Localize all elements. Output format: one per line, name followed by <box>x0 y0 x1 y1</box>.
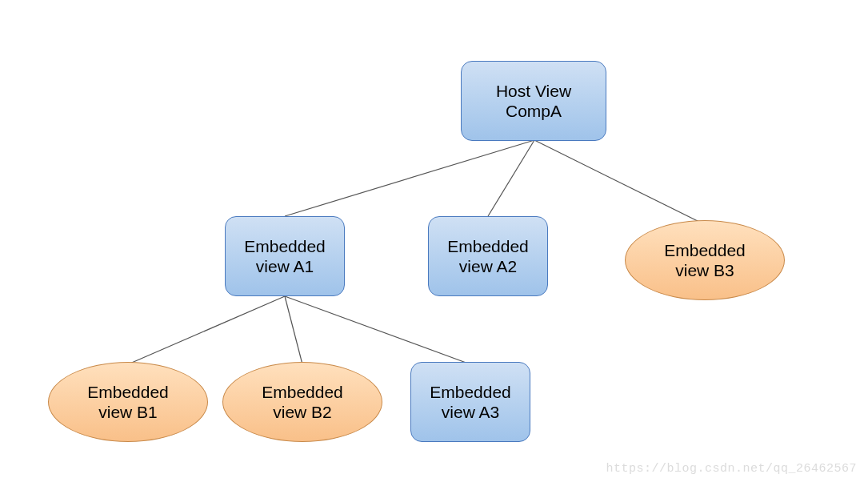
node-embedded-view-b3: Embedded view B3 <box>625 220 785 300</box>
svg-line-1 <box>488 140 534 216</box>
svg-line-3 <box>128 296 285 364</box>
node-label-line2: view B2 <box>273 402 332 422</box>
node-label-line1: Embedded <box>664 240 746 260</box>
node-label-line2: view B3 <box>675 260 734 280</box>
node-label-line2: view A2 <box>459 256 517 276</box>
node-embedded-view-a2: Embedded view A2 <box>428 216 548 296</box>
svg-line-5 <box>285 296 470 364</box>
watermark-text: https://blog.csdn.net/qq_26462567 <box>606 462 857 476</box>
node-host-view-compa: Host View CompA <box>461 61 606 141</box>
node-embedded-view-b1: Embedded view B1 <box>48 362 208 442</box>
node-label-line1: Embedded <box>447 236 529 256</box>
node-label-line2: view B1 <box>98 402 158 422</box>
node-embedded-view-a3: Embedded view A3 <box>410 362 530 442</box>
node-embedded-view-a1: Embedded view A1 <box>225 216 345 296</box>
node-label-line1: Embedded <box>262 382 343 402</box>
node-label-line2: CompA <box>506 101 562 121</box>
node-label-line1: Embedded <box>87 382 169 402</box>
node-label-line2: view A1 <box>256 256 314 276</box>
node-embedded-view-b2: Embedded view B2 <box>222 362 382 442</box>
svg-line-0 <box>285 140 534 216</box>
node-label-line2: view A3 <box>442 402 499 422</box>
node-label-line1: Embedded <box>244 236 326 256</box>
svg-line-4 <box>285 296 302 364</box>
node-label-line1: Host View <box>496 81 571 101</box>
node-label-line1: Embedded <box>430 382 511 402</box>
svg-line-2 <box>534 140 704 224</box>
